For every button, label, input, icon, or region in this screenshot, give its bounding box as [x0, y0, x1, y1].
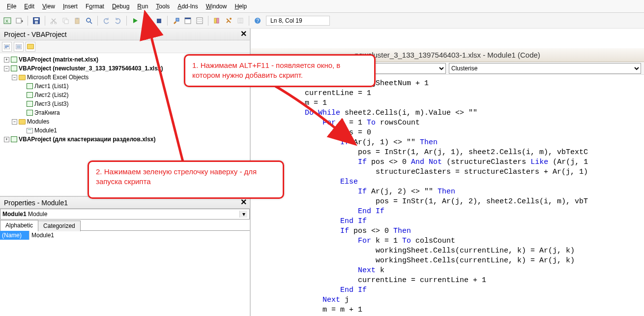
property-value-cell[interactable]: Module1 — [29, 231, 250, 240]
close-icon[interactable]: ✕ — [239, 198, 248, 207]
view-code-icon[interactable] — [2, 42, 12, 52]
svg-point-24 — [230, 18, 232, 20]
folder-icon — [19, 75, 26, 80]
menu-view[interactable]: View — [38, 1, 59, 11]
svg-rect-15 — [157, 19, 161, 23]
svg-rect-16 — [176, 18, 179, 21]
svg-rect-9 — [64, 20, 68, 24]
workbook-icon — [27, 110, 33, 116]
redo-icon[interactable] — [113, 15, 123, 26]
cut-icon[interactable] — [48, 15, 59, 26]
menu-file[interactable]: File — [3, 1, 20, 11]
properties-tabs: Alphabetic Categorized — [0, 220, 250, 230]
svg-rect-19 — [197, 18, 203, 24]
help-icon[interactable]: ? — [252, 15, 263, 26]
chevron-down-icon[interactable]: ▾ — [239, 211, 247, 218]
expand-icon[interactable]: + — [4, 57, 9, 63]
folder-icon — [19, 119, 26, 125]
svg-text:X: X — [5, 19, 8, 24]
vba-project-icon — [11, 65, 17, 71]
svg-point-12 — [87, 18, 90, 22]
tab-alphabetic[interactable]: Alphabetic — [0, 220, 38, 231]
svg-rect-13 — [145, 19, 146, 23]
collapse-icon[interactable]: − — [12, 75, 17, 80]
vba-project-icon — [11, 57, 17, 63]
menu-window[interactable]: Window — [202, 1, 231, 11]
annotation-callout-2: 2. Нажимаем зеленую стрелочку наверху - … — [88, 160, 284, 199]
svg-rect-21 — [197, 21, 203, 22]
close-icon[interactable]: ✕ — [239, 30, 248, 39]
modules-folder[interactable]: Modules — [27, 117, 49, 126]
collapse-icon[interactable]: − — [4, 66, 9, 71]
save-icon[interactable] — [31, 15, 42, 26]
cursor-position: Ln 8, Col 19 — [266, 16, 330, 26]
module-icon — [27, 128, 33, 133]
svg-rect-14 — [148, 19, 149, 23]
properties-window-icon[interactable] — [194, 15, 205, 26]
undo-icon[interactable] — [101, 15, 112, 26]
svg-rect-5 — [35, 21, 38, 24]
svg-rect-4 — [34, 18, 38, 20]
menu-run[interactable]: Run — [133, 1, 152, 11]
properties-panel-title-text: Properties - Module1 — [4, 199, 68, 207]
menu-tools[interactable]: Tools — [152, 1, 174, 11]
module-node[interactable]: Module1 — [34, 126, 57, 135]
sheet-icon — [27, 92, 33, 98]
sheet-node[interactable]: Лист1 (List1) — [34, 82, 68, 91]
project-toolbar — [0, 40, 250, 53]
svg-text:?: ? — [257, 18, 260, 24]
svg-rect-18 — [185, 18, 191, 19]
project-node[interactable]: VBAProject (matrix-net.xlsx) — [19, 55, 98, 64]
insert-dropdown-icon[interactable] — [14, 15, 25, 26]
sheet-node[interactable]: Лист3 (List3) — [34, 99, 68, 108]
project-panel-title: Project - VBAProject ✕ — [0, 29, 250, 40]
collapse-icon[interactable]: − — [12, 119, 17, 125]
svg-rect-23 — [217, 18, 219, 23]
code-editor[interactable]: (etNum = workingSheetNum + 1 currentLine… — [251, 75, 644, 316]
design-mode-icon[interactable] — [171, 15, 181, 26]
excel-icon[interactable]: X — [2, 15, 13, 26]
svg-rect-30 — [17, 45, 21, 48]
project-node[interactable]: VBAProject (newcluster_3_133_1397546403_… — [19, 64, 163, 73]
svg-rect-20 — [197, 19, 203, 20]
thisworkbook-node[interactable]: ЭтаКнига — [34, 108, 60, 117]
expand-icon[interactable]: + — [4, 137, 9, 142]
view-object-icon[interactable] — [14, 42, 24, 52]
toolbox-icon[interactable] — [223, 15, 234, 26]
properties-grid[interactable]: (Name) Module1 — [0, 230, 250, 289]
sheet-icon — [27, 101, 33, 107]
project-explorer-icon[interactable] — [182, 15, 193, 26]
excel-objects-folder[interactable]: Microsoft Excel Objects — [27, 73, 88, 82]
menu-bar: File Edit View Insert Format Debug Run T… — [0, 0, 644, 13]
property-name-cell[interactable]: (Name) — [0, 231, 29, 240]
project-node[interactable]: VBAProject (для кластеризации разделов.x… — [19, 135, 156, 144]
stop-icon[interactable] — [153, 15, 164, 26]
project-panel-title-text: Project - VBAProject — [4, 31, 67, 38]
menu-format[interactable]: Format — [82, 1, 108, 11]
menu-help[interactable]: Help — [231, 1, 251, 11]
tab-order-icon[interactable] — [235, 15, 246, 26]
sheet-icon — [27, 83, 33, 89]
menu-insert[interactable]: Insert — [59, 1, 82, 11]
svg-rect-22 — [214, 18, 216, 23]
toggle-folders-icon[interactable] — [26, 42, 35, 52]
pause-icon[interactable] — [142, 15, 152, 26]
menu-debug[interactable]: Debug — [108, 1, 133, 11]
procedure-combo[interactable]: Clusterise — [449, 63, 641, 74]
tab-categorized[interactable]: Categorized — [38, 221, 81, 231]
svg-rect-11 — [76, 18, 78, 19]
paste-icon[interactable] — [72, 15, 83, 26]
object-browser-icon[interactable] — [211, 15, 222, 26]
menu-addins[interactable]: Add-Ins — [174, 1, 202, 11]
menu-edit[interactable]: Edit — [20, 1, 38, 11]
vba-project-icon — [11, 136, 17, 142]
annotation-callout-1: 1. Нажимаем ALT+F11 - появляется окно, в… — [184, 54, 376, 87]
find-icon[interactable] — [84, 15, 94, 26]
toolbar: X ? Ln 8, Col 19 — [0, 13, 644, 29]
run-icon[interactable] — [130, 15, 141, 26]
svg-rect-2 — [16, 18, 21, 23]
object-selector[interactable]: Module1 Module ▾ — [0, 209, 250, 220]
copy-icon[interactable] — [60, 15, 71, 26]
sheet-node[interactable]: Лист2 (List2) — [34, 91, 68, 99]
